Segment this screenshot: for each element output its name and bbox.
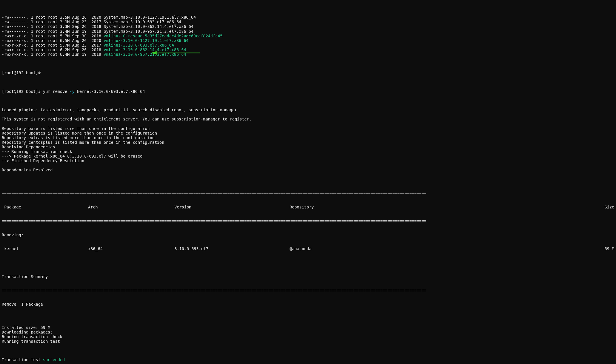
separator-rule: ========================================… bbox=[2, 191, 614, 196]
output-line: Running transaction test bbox=[2, 339, 614, 344]
output-line: This system is not registered with an en… bbox=[2, 117, 614, 121]
output-line: Repository base is listed more than once… bbox=[2, 126, 614, 131]
package-row: kernel x86_64 3.10.0-693.el7 @anaconda 5… bbox=[2, 246, 614, 251]
ls-entry: -rwxr-xr-x. 1 root root 6.5M Aug 26 2020… bbox=[2, 38, 614, 43]
package-size: 59 M bbox=[392, 246, 614, 251]
ls-entry: -rw-------. 1 root root 3.3M Sep 26 2018… bbox=[2, 24, 614, 29]
ls-filename: vmlinuz-3.10.0-862.14.4.el7.x86_64 bbox=[104, 47, 186, 52]
output-line: Repository extras is listed more than on… bbox=[2, 135, 614, 140]
output-line bbox=[2, 163, 614, 168]
blank-line bbox=[2, 260, 614, 265]
ls-entry: -rw-------. 1 root root 3.4M Jun 19 2019… bbox=[2, 29, 614, 34]
ls-entry: -rwxr-xr-x. 1 root root 5.7M Sep 30 2018… bbox=[2, 34, 614, 38]
output-line: Dependencies Resolved bbox=[2, 168, 614, 172]
ls-filename: vmlinuz-3.10.0-957.21.3.el7.x86_64 bbox=[104, 52, 186, 57]
output-line bbox=[2, 121, 614, 126]
ls-entry: -rwxr-xr-x. 1 root root 6.2M Sep 26 2018… bbox=[2, 47, 614, 52]
remove-count: Remove 1 Package bbox=[2, 302, 614, 306]
package-repo: @anaconda bbox=[290, 246, 392, 251]
package-arch: x86_64 bbox=[88, 246, 174, 251]
ls-entry: -rw-------. 1 root root 3.1M Aug 23 2017… bbox=[2, 20, 614, 24]
ls-filename: vmlinuz-0-rescue-5d35d27eddcc4de2adc69ce… bbox=[104, 34, 223, 38]
command-flag: -y bbox=[70, 89, 75, 94]
ls-filename: System.map-3.10.0-957.21.3.el7.x86_64 bbox=[104, 29, 193, 34]
ls-filename: System.map-3.10.0-693.el7.x86_64 bbox=[104, 20, 181, 24]
ls-entry: -rwxr-xr-x. 1 root root 6.4M Jun 19 2019… bbox=[2, 52, 614, 57]
column-arch: Arch bbox=[88, 205, 174, 209]
output-line: Resolving Dependencies bbox=[2, 145, 614, 149]
removing-label: Removing: bbox=[2, 233, 614, 237]
output-line: ---> Package kernel.x86_64 0:3.10.0-693.… bbox=[2, 154, 614, 158]
ls-filename: vmlinuz-3.10.0-693.el7.x86_64 bbox=[104, 43, 174, 47]
output-line: Downloading packages: bbox=[2, 330, 614, 334]
succeeded-status: succeeded bbox=[43, 357, 65, 362]
table-header: Package Arch Version Repository Size bbox=[2, 205, 614, 209]
package-version: 3.10.0-693.el7 bbox=[174, 246, 290, 251]
transaction-summary-label: Transaction Summary bbox=[2, 274, 614, 279]
transaction-test-line: Transaction test succeeded bbox=[2, 357, 614, 362]
column-package: Package bbox=[2, 205, 88, 209]
output-line: Running transaction check bbox=[2, 334, 614, 339]
ls-entry: -rwxr-xr-x. 1 root root 5.7M Aug 23 2017… bbox=[2, 43, 614, 47]
command-line: [root@192 boot]# yum remove -y kernel-3.… bbox=[2, 89, 614, 94]
column-version: Version bbox=[174, 205, 290, 209]
ls-filename: System.map-3.10.0-1127.19.1.el7.x86_64 bbox=[104, 15, 196, 20]
prompt-empty: [root@192 boot]# bbox=[2, 70, 614, 75]
separator-rule: ========================================… bbox=[2, 219, 614, 223]
ls-filename: System.map-3.10.0-862.14.4.el7.x86_64 bbox=[104, 24, 193, 29]
separator-rule: ========================================… bbox=[2, 288, 614, 293]
ls-filename: vmlinuz-3.10.0-1127.19.1.el7.x86_64 bbox=[104, 38, 189, 43]
column-repository: Repository bbox=[290, 205, 392, 209]
package-name: kernel bbox=[2, 246, 88, 251]
output-line bbox=[2, 172, 614, 177]
output-line bbox=[2, 320, 614, 325]
output-line: Loaded plugins: fastestmirror, langpacks… bbox=[2, 108, 614, 112]
ls-entry: -rw-------. 1 root root 3.5M Aug 26 2020… bbox=[2, 15, 614, 20]
output-line: Repository centosplus is listed more tha… bbox=[2, 140, 614, 145]
terminal-output[interactable]: -rw-------. 1 root root 3.5M Aug 26 2020… bbox=[0, 0, 616, 364]
output-line: --> Running transaction check bbox=[2, 149, 614, 154]
output-line: Repository updates is listed more than o… bbox=[2, 131, 614, 135]
output-line bbox=[2, 112, 614, 117]
output-line: Installed size: 59 M bbox=[2, 325, 614, 330]
column-size: Size bbox=[392, 205, 614, 209]
output-line: --> Finished Dependency Resolution bbox=[2, 158, 614, 163]
